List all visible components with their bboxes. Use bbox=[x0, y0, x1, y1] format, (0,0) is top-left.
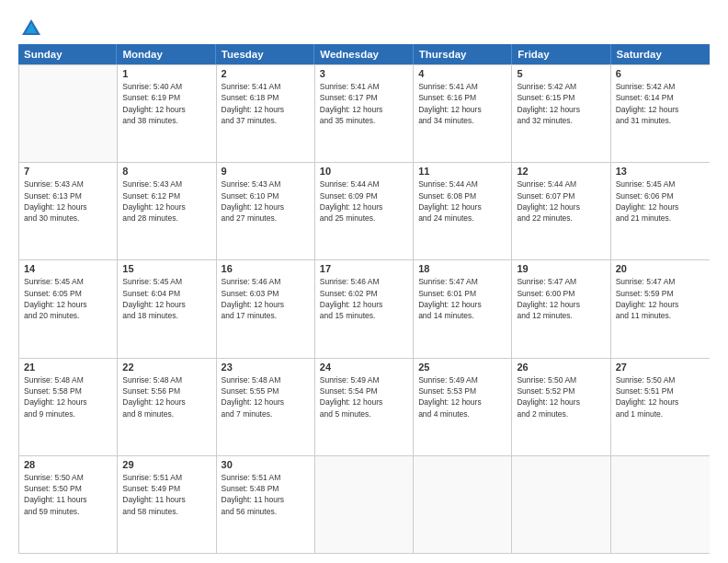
cell-info: Sunrise: 5:48 AM Sunset: 5:58 PM Dayligh… bbox=[24, 374, 112, 419]
weekday-header-saturday: Saturday bbox=[611, 44, 710, 64]
calendar-cell: 25Sunrise: 5:49 AM Sunset: 5:53 PM Dayli… bbox=[414, 359, 512, 455]
cell-info: Sunrise: 5:47 AM Sunset: 6:00 PM Dayligh… bbox=[517, 276, 605, 321]
calendar-cell: 15Sunrise: 5:45 AM Sunset: 6:04 PM Dayli… bbox=[118, 260, 216, 357]
calendar-cell: 18Sunrise: 5:47 AM Sunset: 6:01 PM Dayli… bbox=[414, 260, 512, 357]
cell-info: Sunrise: 5:44 AM Sunset: 6:08 PM Dayligh… bbox=[418, 178, 506, 224]
calendar-cell: 2Sunrise: 5:41 AM Sunset: 6:18 PM Daylig… bbox=[217, 65, 315, 162]
calendar-cell: 11Sunrise: 5:44 AM Sunset: 6:08 PM Dayli… bbox=[414, 163, 512, 259]
calendar-cell: 26Sunrise: 5:50 AM Sunset: 5:52 PM Dayli… bbox=[512, 359, 610, 455]
calendar-cell: 19Sunrise: 5:47 AM Sunset: 6:00 PM Dayli… bbox=[512, 260, 610, 357]
calendar-cell: 8Sunrise: 5:43 AM Sunset: 6:12 PM Daylig… bbox=[118, 163, 216, 259]
day-number: 26 bbox=[517, 362, 605, 373]
calendar-cell: 14Sunrise: 5:45 AM Sunset: 6:05 PM Dayli… bbox=[19, 260, 118, 357]
cell-info: Sunrise: 5:41 AM Sunset: 6:17 PM Dayligh… bbox=[320, 81, 408, 126]
calendar-cell bbox=[414, 456, 512, 553]
day-number: 12 bbox=[517, 166, 605, 177]
day-number: 22 bbox=[122, 362, 210, 373]
day-number: 1 bbox=[122, 68, 210, 79]
cell-info: Sunrise: 5:42 AM Sunset: 6:15 PM Dayligh… bbox=[517, 81, 605, 126]
day-number: 13 bbox=[616, 166, 705, 177]
weekday-header-thursday: Thursday bbox=[414, 44, 512, 64]
calendar-cell: 10Sunrise: 5:44 AM Sunset: 6:09 PM Dayli… bbox=[315, 163, 414, 259]
calendar-row-3: 21Sunrise: 5:48 AM Sunset: 5:58 PM Dayli… bbox=[19, 358, 710, 455]
cell-info: Sunrise: 5:40 AM Sunset: 6:19 PM Dayligh… bbox=[122, 81, 210, 126]
day-number: 16 bbox=[222, 263, 310, 274]
calendar-cell: 22Sunrise: 5:48 AM Sunset: 5:56 PM Dayli… bbox=[118, 359, 216, 455]
cell-info: Sunrise: 5:51 AM Sunset: 5:48 PM Dayligh… bbox=[222, 472, 310, 517]
day-number: 25 bbox=[418, 362, 506, 373]
day-number: 4 bbox=[418, 68, 506, 79]
day-number: 14 bbox=[24, 263, 112, 274]
header bbox=[18, 17, 710, 39]
cell-info: Sunrise: 5:49 AM Sunset: 5:53 PM Dayligh… bbox=[418, 374, 506, 419]
cell-info: Sunrise: 5:47 AM Sunset: 5:59 PM Dayligh… bbox=[616, 276, 705, 321]
logo bbox=[18, 17, 44, 39]
cell-info: Sunrise: 5:43 AM Sunset: 6:13 PM Dayligh… bbox=[24, 178, 112, 224]
day-number: 27 bbox=[616, 362, 705, 373]
calendar-cell: 27Sunrise: 5:50 AM Sunset: 5:51 PM Dayli… bbox=[611, 359, 710, 455]
calendar-cell: 5Sunrise: 5:42 AM Sunset: 6:15 PM Daylig… bbox=[512, 65, 610, 162]
calendar-cell: 23Sunrise: 5:48 AM Sunset: 5:55 PM Dayli… bbox=[217, 359, 315, 455]
cell-info: Sunrise: 5:45 AM Sunset: 6:05 PM Dayligh… bbox=[24, 276, 112, 321]
calendar-cell: 9Sunrise: 5:43 AM Sunset: 6:10 PM Daylig… bbox=[217, 163, 315, 259]
day-number: 6 bbox=[616, 68, 705, 79]
day-number: 10 bbox=[320, 166, 408, 177]
cell-info: Sunrise: 5:44 AM Sunset: 6:07 PM Dayligh… bbox=[517, 178, 605, 224]
calendar-row-4: 28Sunrise: 5:50 AM Sunset: 5:50 PM Dayli… bbox=[19, 455, 710, 553]
cell-info: Sunrise: 5:41 AM Sunset: 6:18 PM Dayligh… bbox=[222, 81, 310, 126]
cell-info: Sunrise: 5:50 AM Sunset: 5:52 PM Dayligh… bbox=[517, 374, 605, 419]
day-number: 28 bbox=[24, 459, 112, 470]
calendar-cell: 21Sunrise: 5:48 AM Sunset: 5:58 PM Dayli… bbox=[19, 359, 118, 455]
day-number: 23 bbox=[222, 362, 310, 373]
day-number: 15 bbox=[122, 263, 210, 274]
calendar-body: 1Sunrise: 5:40 AM Sunset: 6:19 PM Daylig… bbox=[18, 64, 710, 554]
calendar-cell: 24Sunrise: 5:49 AM Sunset: 5:54 PM Dayli… bbox=[315, 359, 414, 455]
calendar-cell: 13Sunrise: 5:45 AM Sunset: 6:06 PM Dayli… bbox=[611, 163, 710, 259]
calendar-row-0: 1Sunrise: 5:40 AM Sunset: 6:19 PM Daylig… bbox=[19, 64, 710, 162]
day-number: 11 bbox=[418, 166, 506, 177]
cell-info: Sunrise: 5:50 AM Sunset: 5:50 PM Dayligh… bbox=[24, 472, 112, 517]
day-number: 21 bbox=[24, 362, 112, 373]
day-number: 29 bbox=[122, 459, 210, 470]
cell-info: Sunrise: 5:50 AM Sunset: 5:51 PM Dayligh… bbox=[616, 374, 705, 419]
cell-info: Sunrise: 5:51 AM Sunset: 5:49 PM Dayligh… bbox=[122, 472, 210, 517]
day-number: 24 bbox=[320, 362, 408, 373]
calendar-cell: 6Sunrise: 5:42 AM Sunset: 6:14 PM Daylig… bbox=[611, 65, 710, 162]
calendar-cell: 28Sunrise: 5:50 AM Sunset: 5:50 PM Dayli… bbox=[19, 456, 118, 553]
cell-info: Sunrise: 5:46 AM Sunset: 6:02 PM Dayligh… bbox=[320, 276, 408, 321]
cell-info: Sunrise: 5:48 AM Sunset: 5:56 PM Dayligh… bbox=[122, 374, 210, 419]
day-number: 17 bbox=[320, 263, 408, 274]
day-number: 30 bbox=[222, 459, 310, 470]
day-number: 3 bbox=[320, 68, 408, 79]
weekday-header-monday: Monday bbox=[117, 44, 215, 64]
calendar-cell: 20Sunrise: 5:47 AM Sunset: 5:59 PM Dayli… bbox=[611, 260, 710, 357]
cell-info: Sunrise: 5:43 AM Sunset: 6:12 PM Dayligh… bbox=[122, 178, 210, 224]
weekday-header-sunday: Sunday bbox=[18, 44, 117, 64]
calendar-cell: 30Sunrise: 5:51 AM Sunset: 5:48 PM Dayli… bbox=[217, 456, 315, 553]
calendar-cell: 7Sunrise: 5:43 AM Sunset: 6:13 PM Daylig… bbox=[19, 163, 118, 259]
day-number: 19 bbox=[517, 263, 605, 274]
cell-info: Sunrise: 5:47 AM Sunset: 6:01 PM Dayligh… bbox=[418, 276, 506, 321]
day-number: 18 bbox=[418, 263, 506, 274]
cell-info: Sunrise: 5:43 AM Sunset: 6:10 PM Dayligh… bbox=[222, 178, 310, 224]
calendar-cell: 17Sunrise: 5:46 AM Sunset: 6:02 PM Dayli… bbox=[315, 260, 414, 357]
calendar-cell: 4Sunrise: 5:41 AM Sunset: 6:16 PM Daylig… bbox=[414, 65, 512, 162]
calendar-cell bbox=[315, 456, 414, 553]
calendar-row-2: 14Sunrise: 5:45 AM Sunset: 6:05 PM Dayli… bbox=[19, 259, 710, 357]
calendar-cell: 3Sunrise: 5:41 AM Sunset: 6:17 PM Daylig… bbox=[315, 65, 414, 162]
calendar-cell bbox=[611, 456, 710, 553]
logo-icon bbox=[20, 17, 42, 39]
cell-info: Sunrise: 5:44 AM Sunset: 6:09 PM Dayligh… bbox=[320, 178, 408, 224]
calendar-cell: 29Sunrise: 5:51 AM Sunset: 5:49 PM Dayli… bbox=[118, 456, 216, 553]
calendar-page: SundayMondayTuesdayWednesdayThursdayFrid… bbox=[0, 0, 728, 563]
day-number: 7 bbox=[24, 166, 112, 177]
calendar-cell bbox=[19, 65, 118, 162]
calendar-cell: 12Sunrise: 5:44 AM Sunset: 6:07 PM Dayli… bbox=[512, 163, 610, 259]
weekday-header-friday: Friday bbox=[512, 44, 610, 64]
weekday-header-wednesday: Wednesday bbox=[314, 44, 413, 64]
cell-info: Sunrise: 5:48 AM Sunset: 5:55 PM Dayligh… bbox=[222, 374, 310, 419]
cell-info: Sunrise: 5:42 AM Sunset: 6:14 PM Dayligh… bbox=[616, 81, 705, 126]
calendar-row-1: 7Sunrise: 5:43 AM Sunset: 6:13 PM Daylig… bbox=[19, 162, 710, 259]
cell-info: Sunrise: 5:45 AM Sunset: 6:06 PM Dayligh… bbox=[616, 178, 705, 224]
weekday-header-tuesday: Tuesday bbox=[216, 44, 314, 64]
